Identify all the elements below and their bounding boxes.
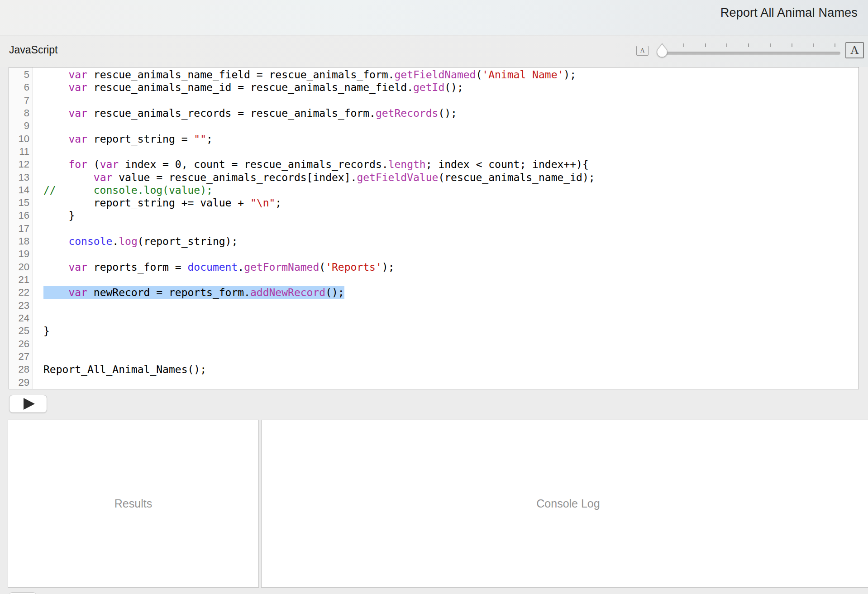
small-font-icon: A bbox=[636, 46, 649, 56]
code-line[interactable]: for (var index = 0, count = rescue_anima… bbox=[43, 158, 858, 171]
line-number: 22 bbox=[9, 286, 33, 299]
line-number: 14 bbox=[9, 184, 33, 196]
line-number: 5 bbox=[9, 68, 33, 81]
line-number: 9 bbox=[9, 120, 33, 132]
code-line[interactable]: var reports_form = document.getFormNamed… bbox=[43, 261, 858, 273]
code-line[interactable] bbox=[43, 94, 858, 107]
script-title: Report All Animal Names bbox=[720, 6, 858, 20]
slider-tick bbox=[835, 43, 835, 47]
line-number: 17 bbox=[9, 222, 33, 235]
results-placeholder: Results bbox=[114, 497, 152, 510]
line-number: 23 bbox=[9, 299, 33, 312]
line-number: 21 bbox=[9, 273, 33, 286]
console-log-panel[interactable]: Console Log bbox=[261, 420, 868, 588]
code-line[interactable] bbox=[43, 248, 858, 260]
code-line[interactable] bbox=[43, 120, 858, 132]
line-number: 20 bbox=[9, 261, 33, 273]
code-line[interactable]: var newRecord = reports_form.addNewRecor… bbox=[43, 286, 858, 299]
code-line[interactable] bbox=[43, 299, 858, 312]
large-font-icon: A bbox=[845, 42, 864, 58]
slider-tick bbox=[726, 43, 727, 47]
line-number: 18 bbox=[9, 235, 33, 248]
code-line[interactable] bbox=[43, 350, 858, 363]
slider-tick bbox=[748, 43, 749, 47]
results-panel[interactable]: Results bbox=[8, 420, 259, 588]
play-icon bbox=[24, 398, 35, 410]
code-line[interactable]: } bbox=[43, 325, 858, 337]
code-line[interactable] bbox=[43, 273, 858, 286]
line-number: 28 bbox=[9, 363, 33, 376]
run-script-button[interactable] bbox=[9, 395, 47, 413]
language-label: JavaScript bbox=[9, 44, 57, 56]
code-line[interactable]: var rescue_animals_name_field = rescue_a… bbox=[43, 68, 858, 81]
slider-tick bbox=[792, 43, 792, 47]
code-line[interactable]: report_string += value + "\n"; bbox=[43, 196, 858, 209]
line-number: 27 bbox=[9, 350, 33, 363]
line-number: 19 bbox=[9, 248, 33, 260]
line-number: 12 bbox=[9, 158, 33, 171]
line-number: 24 bbox=[9, 312, 33, 325]
line-number: 8 bbox=[9, 107, 33, 120]
code-line[interactable]: console.log(report_string); bbox=[43, 235, 858, 248]
line-number-gutter: 5678910111213141516171819202122232425262… bbox=[9, 67, 33, 389]
bottom-cutoff-button[interactable] bbox=[9, 592, 36, 594]
code-line[interactable]: var report_string = ""; bbox=[43, 133, 858, 145]
slider-tick bbox=[683, 43, 684, 47]
title-bar: Report All Animal Names bbox=[0, 0, 868, 35]
console-log-placeholder: Console Log bbox=[536, 497, 600, 510]
line-number: 29 bbox=[9, 376, 33, 389]
code-line[interactable]: Report_All_Animal_Names(); bbox=[43, 363, 858, 376]
code-line[interactable]: var rescue_animals_records = rescue_anim… bbox=[43, 107, 858, 120]
line-number: 10 bbox=[9, 133, 33, 145]
code-line[interactable] bbox=[43, 312, 858, 325]
code-line[interactable] bbox=[43, 222, 858, 235]
code-line[interactable]: } bbox=[43, 209, 858, 222]
slider-tick bbox=[770, 43, 771, 47]
slider-thumb[interactable] bbox=[655, 43, 669, 59]
editor-toolbar: JavaScript A A bbox=[0, 35, 868, 67]
line-number: 13 bbox=[9, 171, 33, 184]
line-number: 11 bbox=[9, 145, 33, 158]
line-number: 25 bbox=[9, 325, 33, 337]
line-number: 6 bbox=[9, 81, 33, 94]
slider-tick bbox=[813, 43, 814, 47]
line-number: 16 bbox=[9, 209, 33, 222]
line-number: 7 bbox=[9, 94, 33, 107]
code-line[interactable] bbox=[43, 145, 858, 158]
code-line[interactable]: // console.log(value); bbox=[43, 184, 858, 196]
script-editor-window: Report All Animal Names JavaScript A A 5… bbox=[0, 0, 868, 594]
selected-code-text: var newRecord = reports_form.addNewRecor… bbox=[43, 286, 344, 299]
line-number: 15 bbox=[9, 196, 33, 209]
slider-track[interactable] bbox=[663, 52, 840, 55]
font-size-slider: A A bbox=[635, 41, 866, 62]
code-content[interactable]: var rescue_animals_name_field = rescue_a… bbox=[33, 67, 858, 389]
code-line[interactable] bbox=[43, 376, 858, 389]
code-line[interactable] bbox=[43, 338, 858, 350]
line-number: 26 bbox=[9, 338, 33, 350]
slider-tick bbox=[705, 43, 706, 47]
code-line[interactable]: var value = rescue_animals_records[index… bbox=[43, 171, 858, 184]
code-editor[interactable]: 5678910111213141516171819202122232425262… bbox=[9, 67, 859, 389]
code-line[interactable]: var rescue_animals_name_id = rescue_anim… bbox=[43, 81, 858, 94]
